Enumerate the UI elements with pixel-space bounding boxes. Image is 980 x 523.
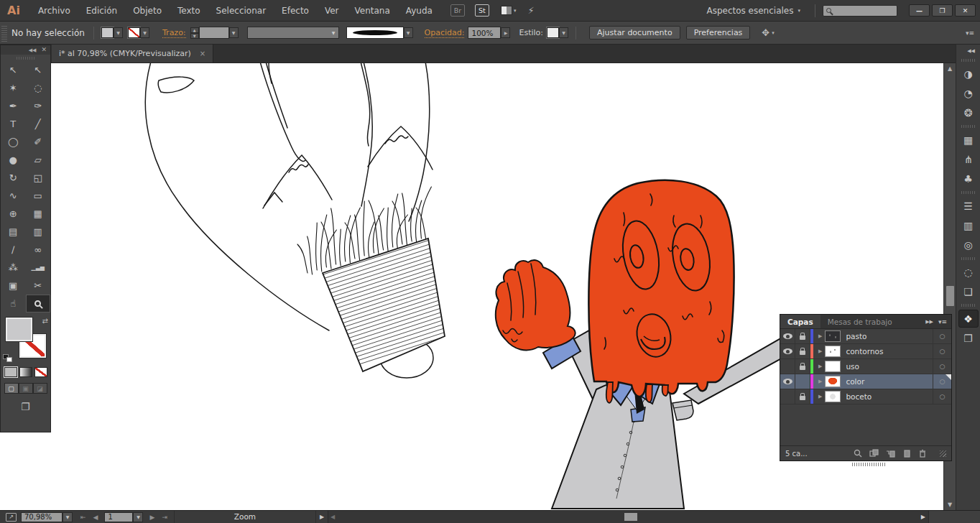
search-box[interactable] bbox=[823, 5, 897, 17]
disclosure-triangle-icon[interactable]: ▶ bbox=[818, 333, 822, 339]
none-chip[interactable] bbox=[34, 367, 47, 377]
gradient-tool[interactable]: ▥ bbox=[26, 223, 51, 241]
default-fill-stroke-icon[interactable] bbox=[3, 354, 12, 362]
scroll-left-icon[interactable]: ◀ bbox=[330, 514, 335, 520]
layer-visibility-toggle[interactable] bbox=[780, 389, 795, 404]
pen-tool[interactable]: ✒ bbox=[1, 97, 26, 115]
layer-target[interactable]: ○ bbox=[933, 389, 951, 404]
layer-lock-toggle[interactable] bbox=[795, 329, 810, 343]
layers-panel-drag-handle[interactable] bbox=[852, 463, 885, 466]
artboard-tool[interactable]: ▣ bbox=[1, 277, 26, 295]
menu-item-ayuda[interactable]: Ayuda bbox=[398, 0, 440, 22]
collapse-panel-icon[interactable]: ▶▶ bbox=[925, 319, 933, 325]
next-artboard-icon[interactable]: ▶ bbox=[146, 514, 158, 521]
bridge-button[interactable]: Br bbox=[450, 4, 465, 17]
perspective-grid-tool[interactable]: ▦ bbox=[26, 205, 51, 223]
blob-brush-tool[interactable]: ● bbox=[1, 151, 26, 169]
stroke-panel-icon[interactable]: ☰ bbox=[958, 197, 979, 215]
slice-tool[interactable]: ✂ bbox=[26, 277, 51, 295]
draw-normal-mode[interactable]: ▢ bbox=[4, 383, 19, 394]
stroke-weight-caret-icon[interactable]: ▼ bbox=[229, 27, 239, 38]
rotate-tool[interactable]: ↻ bbox=[1, 169, 26, 187]
layer-lock-toggle[interactable] bbox=[795, 389, 810, 404]
menu-item-edicion[interactable]: Edición bbox=[78, 0, 125, 22]
clipping-mask-icon[interactable] bbox=[869, 449, 879, 458]
screen-mode-status-icon[interactable]: ↗ bbox=[6, 513, 17, 522]
kuler-panel-icon[interactable]: ❂ bbox=[958, 103, 979, 121]
close-toolbar-icon[interactable]: ✕ bbox=[41, 47, 47, 53]
delete-layer-icon[interactable] bbox=[918, 449, 927, 458]
zoom-level-caret-icon[interactable]: ▼ bbox=[63, 512, 73, 522]
eraser-tool[interactable]: ▱ bbox=[26, 151, 51, 169]
zoom-level-field[interactable] bbox=[21, 512, 63, 522]
layer-name[interactable]: color bbox=[846, 377, 933, 386]
layer-visibility-toggle[interactable] bbox=[780, 359, 795, 374]
tools-panel-grip[interactable] bbox=[1, 55, 50, 61]
previous-artboard-icon[interactable]: ◀ bbox=[90, 514, 102, 521]
layer-row-color[interactable]: ▶color○ bbox=[780, 374, 951, 389]
layer-visibility-toggle[interactable] bbox=[780, 374, 795, 389]
new-sublayer-icon[interactable] bbox=[886, 449, 896, 458]
panel-resize-grip[interactable] bbox=[940, 450, 946, 457]
find-object-icon[interactable] bbox=[854, 449, 862, 458]
gradient-panel-icon[interactable]: ▥ bbox=[958, 216, 979, 234]
color-panel-icon[interactable]: ◑ bbox=[958, 65, 979, 83]
eyedropper-tool[interactable]: ∕ bbox=[1, 241, 26, 259]
new-layer-icon[interactable] bbox=[903, 449, 911, 458]
workspace-switcher[interactable]: Aspectos esenciales ▾ bbox=[706, 6, 800, 16]
menu-item-texto[interactable]: Texto bbox=[170, 0, 208, 22]
layer-row-boceto[interactable]: ▶boceto○ bbox=[780, 389, 951, 404]
brushes-panel-icon[interactable]: ⋔ bbox=[958, 150, 979, 168]
scroll-right-icon[interactable]: ▶ bbox=[921, 514, 925, 520]
menu-item-efecto[interactable]: Efecto bbox=[274, 0, 317, 22]
layer-name[interactable]: uso bbox=[846, 362, 933, 371]
free-transform-tool[interactable]: ▭ bbox=[26, 187, 51, 205]
screen-mode-button[interactable]: ❐ bbox=[1, 401, 50, 412]
layer-lock-toggle[interactable] bbox=[795, 374, 810, 389]
preferences-button[interactable]: Preferencias bbox=[686, 26, 751, 40]
draw-inside-mode[interactable]: ◪ bbox=[33, 383, 47, 394]
panel-menu-icon[interactable]: ▾≡ bbox=[938, 318, 947, 325]
tab-capas[interactable]: Capas bbox=[780, 315, 820, 328]
brush-definition-dropdown[interactable]: ▼ bbox=[346, 27, 413, 39]
line-segment-tool[interactable]: ╱ bbox=[26, 115, 51, 133]
collapse-toolbar-icon[interactable]: ◀◀ bbox=[29, 47, 37, 53]
control-panel-menu-icon[interactable]: ▾≡ bbox=[966, 29, 974, 37]
opacity-input[interactable] bbox=[471, 29, 497, 37]
menu-item-ver[interactable]: Ver bbox=[317, 0, 347, 22]
symbols-panel-icon[interactable]: ♣ bbox=[958, 170, 979, 188]
opacity-caret-icon[interactable]: ▶ bbox=[501, 27, 510, 38]
width-profile-dropdown[interactable]: ▼ bbox=[247, 27, 339, 39]
layer-lock-toggle[interactable] bbox=[795, 359, 810, 374]
layer-thumbnail[interactable] bbox=[825, 391, 841, 402]
horizontal-scrollbar[interactable]: ◀ ▶ bbox=[328, 511, 928, 523]
vertical-scrollbar-thumb[interactable] bbox=[946, 286, 954, 306]
paintbrush-tool[interactable]: ✐ bbox=[26, 133, 51, 151]
layer-row-uso[interactable]: ▶uso○ bbox=[780, 359, 951, 374]
stroke-weight-field[interactable] bbox=[199, 27, 229, 39]
artboard-caret-icon[interactable]: ▼ bbox=[133, 512, 143, 522]
zoom-tool[interactable] bbox=[26, 295, 51, 313]
status-flyout-icon[interactable]: ▶ bbox=[316, 514, 328, 520]
swatches-panel-icon[interactable]: ▦ bbox=[958, 131, 979, 149]
layer-name[interactable]: boceto bbox=[846, 392, 933, 401]
artboard-number-input[interactable] bbox=[108, 513, 129, 521]
swap-fill-stroke-icon[interactable]: ⇄ bbox=[42, 317, 48, 325]
horizontal-scrollbar-thumb[interactable] bbox=[624, 513, 637, 521]
layer-lock-toggle[interactable] bbox=[795, 344, 810, 358]
control-bar-grip[interactable] bbox=[1, 24, 7, 42]
symbol-sprayer-tool[interactable]: ⁂ bbox=[1, 259, 26, 277]
fit-document-button[interactable]: Ajustar documento bbox=[589, 26, 680, 40]
stock-button[interactable]: St bbox=[475, 4, 489, 17]
ellipse-tool[interactable]: ◯ bbox=[1, 133, 26, 151]
select-similar-button[interactable]: ✥ ▾ bbox=[762, 27, 774, 38]
color-guide-panel-icon[interactable]: ◔ bbox=[958, 84, 979, 102]
layer-name[interactable]: contornos bbox=[846, 347, 933, 356]
layer-name[interactable]: pasto bbox=[846, 332, 933, 341]
column-graph-tool[interactable]: ▁▃▅ bbox=[26, 259, 51, 277]
scale-tool[interactable]: ◱ bbox=[26, 169, 51, 187]
zoom-level-input[interactable] bbox=[24, 513, 59, 521]
stroke-dropdown-caret-icon[interactable]: ▼ bbox=[140, 27, 149, 38]
minimize-button[interactable]: — bbox=[909, 4, 930, 17]
expand-panels-icon[interactable]: ◀◀ bbox=[967, 45, 980, 56]
